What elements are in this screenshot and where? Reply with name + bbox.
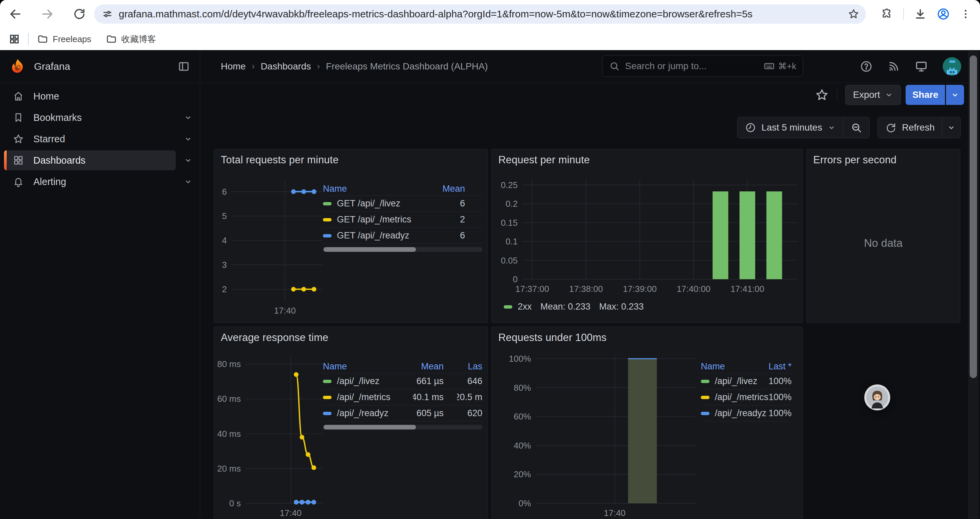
- grafana-body: Home Bookmarks Starred: [0, 83, 980, 519]
- refresh-interval-button[interactable]: [942, 117, 960, 138]
- scrollbar-thumb[interactable]: [970, 56, 977, 378]
- legend-series-label[interactable]: 2xx: [518, 302, 532, 312]
- svg-text:100%: 100%: [509, 354, 531, 364]
- bookmarks-divider: [28, 33, 29, 45]
- time-range-group: Last 5 minutes: [737, 117, 870, 138]
- time-controls: Last 5 minutes Refresh: [737, 117, 961, 138]
- bell-icon: [13, 176, 24, 187]
- panel-title[interactable]: Request per minute: [498, 154, 590, 166]
- star-icon: [13, 133, 24, 145]
- legend-mean-value: Mean: 0.233: [540, 302, 590, 312]
- page-scrollbar[interactable]: [968, 51, 978, 519]
- sidebar-item-bookmarks[interactable]: Bookmarks: [0, 107, 200, 128]
- panel-title[interactable]: Errors per second: [813, 154, 897, 166]
- under-100ms-chart[interactable]: 0%20%40%60%80%100%17:40: [495, 353, 705, 519]
- chevron-down-icon: [827, 124, 835, 132]
- svg-text:20%: 20%: [514, 469, 531, 479]
- svg-text:0 s: 0 s: [229, 498, 241, 508]
- legend-header[interactable]: NameLast *: [701, 360, 792, 374]
- browser-toolbar: grafana.mathmast.com/d/deytv4rwavabkb/fr…: [0, 0, 980, 28]
- series-swatch: [701, 412, 710, 415]
- panel-title[interactable]: Total requests per minute: [221, 154, 339, 166]
- news-rss-icon[interactable]: [887, 60, 900, 73]
- monitor-kiosk-icon[interactable]: [915, 60, 928, 73]
- series-swatch: [701, 396, 710, 399]
- profile-icon[interactable]: [937, 7, 950, 21]
- panel-title[interactable]: Average response time: [221, 332, 328, 344]
- menu-kebab-icon[interactable]: [960, 8, 971, 20]
- forward-icon[interactable]: [38, 5, 57, 23]
- panel-total-requests: Total requests per minute 2345617:40 Nam…: [214, 149, 488, 323]
- svg-text:0.05: 0.05: [501, 256, 518, 265]
- export-button[interactable]: Export: [845, 85, 901, 105]
- share-menu-button[interactable]: [946, 85, 964, 105]
- brand-title: Grafana: [34, 61, 70, 72]
- extensions-icon[interactable]: [881, 8, 893, 20]
- share-button[interactable]: Share: [905, 85, 945, 105]
- reload-icon[interactable]: [70, 5, 89, 23]
- dock-sidebar-icon[interactable]: [178, 61, 190, 72]
- request-per-minute-legend[interactable]: 2xx Mean: 0.233 Max: 0.233: [504, 302, 652, 312]
- svg-text:17:40: 17:40: [280, 508, 302, 518]
- panel-request-per-minute: Request per minute 00.050.10.150.20.2517…: [492, 149, 803, 323]
- total-requests-chart[interactable]: 2345617:40: [218, 179, 324, 316]
- bookmark-folder-blogs[interactable]: 收藏博客: [106, 34, 156, 45]
- legend-row[interactable]: /api/_/readyz605 µs620: [323, 406, 482, 422]
- legend-row[interactable]: /api/_/livez100%: [701, 374, 792, 390]
- grafana-app: Grafana Home › Dashboards › Freeleaps Me…: [0, 50, 980, 519]
- legend-hscrollbar[interactable]: [323, 425, 482, 430]
- url-bar[interactable]: grafana.mathmast.com/d/deytv4rwavabkb/fr…: [94, 4, 866, 24]
- chevron-down-icon[interactable]: [184, 134, 192, 143]
- sidebar-item-dashboards[interactable]: Dashboards: [0, 150, 200, 171]
- legend-header[interactable]: NameMeanLas: [323, 360, 482, 374]
- breadcrumb: Home › Dashboards › Freeleaps Metrics Da…: [221, 50, 488, 83]
- sidebar-item-alerting[interactable]: Alerting: [0, 171, 200, 192]
- help-icon[interactable]: [860, 60, 873, 73]
- legend-header[interactable]: NameMean: [323, 182, 482, 196]
- url-text[interactable]: grafana.mathmast.com/d/deytv4rwavabkb/fr…: [119, 8, 858, 20]
- chevron-down-icon[interactable]: [184, 156, 192, 164]
- legend-row[interactable]: GET /api/_/readyz6: [323, 228, 482, 244]
- user-avatar[interactable]: [943, 57, 961, 76]
- apps-grid-icon[interactable]: [9, 34, 20, 45]
- bookmark-folder-freeleaps[interactable]: Freeleaps: [37, 34, 91, 45]
- dashboard-actions: Export Share: [200, 83, 980, 107]
- download-icon[interactable]: [914, 8, 927, 21]
- tune-icon[interactable]: [102, 9, 113, 19]
- sidebar-item-home[interactable]: Home: [0, 86, 200, 107]
- legend-hscrollbar[interactable]: [323, 247, 482, 252]
- refresh-button[interactable]: Refresh: [878, 117, 942, 138]
- no-data-message: No data: [807, 237, 960, 249]
- svg-text:17:41:00: 17:41:00: [730, 284, 764, 294]
- assistant-avatar[interactable]: [864, 385, 890, 410]
- bookmark-star-icon[interactable]: [848, 8, 859, 20]
- grafana-logo[interactable]: [10, 58, 26, 75]
- request-per-minute-chart[interactable]: 00.050.10.150.20.2517:37:0017:38:0017:39…: [495, 178, 800, 297]
- panel-title[interactable]: Requests under 100ms: [498, 332, 607, 344]
- avg-response-chart[interactable]: 0 s20 ms40 ms60 ms80 ms17:40: [218, 353, 324, 519]
- time-range-picker[interactable]: Last 5 minutes: [738, 117, 843, 138]
- svg-text:17:40: 17:40: [274, 306, 296, 316]
- breadcrumb-home[interactable]: Home: [221, 61, 246, 72]
- sidebar-item-starred[interactable]: Starred: [0, 128, 200, 150]
- legend-row[interactable]: /api/_/livez661 µs646: [323, 374, 482, 390]
- search-input[interactable]: Search or jump to... ⌘+k: [602, 56, 803, 77]
- legend-row[interactable]: GET /api/_/livez6: [323, 196, 482, 212]
- panel-average-response-time: Average response time 0 s20 ms40 ms60 ms…: [214, 327, 488, 519]
- legend-row[interactable]: /api/_/metrics40.1 ms20.5 m: [323, 390, 482, 406]
- folder-icon: [106, 34, 117, 45]
- favorite-star-icon[interactable]: [815, 88, 829, 102]
- svg-text:60%: 60%: [514, 412, 531, 422]
- chevron-down-icon[interactable]: [184, 113, 192, 122]
- bookmarks-bar: Freeleaps 收藏博客: [0, 28, 980, 50]
- chevron-down-icon[interactable]: [184, 177, 192, 186]
- legend-row[interactable]: /api/_/metrics100%: [701, 390, 792, 406]
- search-icon: [609, 61, 620, 72]
- zoom-out-button[interactable]: [843, 117, 869, 138]
- chevron-down-icon: [951, 91, 959, 99]
- back-icon[interactable]: [6, 5, 25, 23]
- breadcrumb-dashboards[interactable]: Dashboards: [261, 61, 311, 72]
- legend-row[interactable]: /api/_/readyz100%: [701, 406, 792, 422]
- legend-row[interactable]: GET /api/_/metrics2: [323, 212, 482, 228]
- legend-max-value: Max: 0.233: [599, 302, 644, 312]
